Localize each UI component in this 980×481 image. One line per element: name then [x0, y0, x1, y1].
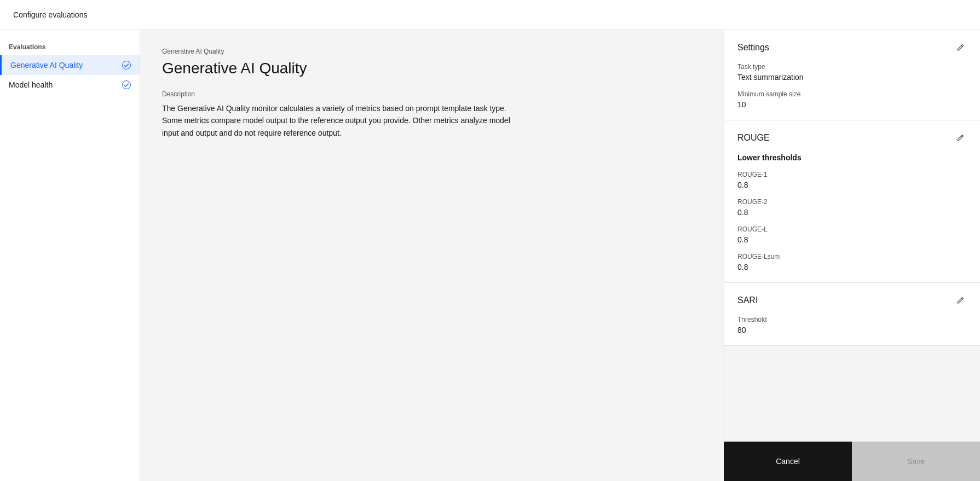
rouge2-label: ROUGE-2	[737, 198, 967, 206]
edit-icon-rouge	[956, 134, 965, 142]
min-sample-field: Minimum sample size 10	[737, 90, 967, 109]
sari-edit-button[interactable]	[954, 294, 967, 307]
rouge-card: ROUGE Lower thresholds ROUGE-1 0.8 ROUGE…	[724, 120, 980, 283]
sidebar: Evaluations Generative AI Quality Model …	[0, 30, 140, 481]
rougel-label: ROUGE-L	[737, 225, 967, 233]
rouge2-field: ROUGE-2 0.8	[737, 198, 967, 217]
rouge-lower-thresholds-label: Lower thresholds	[737, 153, 967, 162]
description-label: Description	[162, 90, 702, 98]
save-button[interactable]: Save	[852, 442, 980, 481]
sari-card-header: SARI	[737, 294, 967, 307]
edit-icon-settings	[956, 43, 965, 52]
sidebar-item-label-model-health: Model health	[9, 80, 53, 89]
rouge1-field: ROUGE-1 0.8	[737, 171, 967, 189]
sari-threshold-label: Threshold	[737, 316, 967, 323]
sari-threshold-field: Threshold 80	[737, 316, 967, 334]
page-header: Configure evaluations	[0, 0, 980, 30]
sidebar-item-generative-ai-quality[interactable]: Generative AI Quality	[0, 55, 140, 75]
sidebar-item-model-health[interactable]: Model health	[0, 75, 140, 95]
cancel-button[interactable]: Cancel	[724, 442, 852, 481]
svg-point-0	[123, 61, 131, 69]
rougel-field: ROUGE-L 0.8	[737, 225, 967, 244]
rouge2-value: 0.8	[737, 208, 967, 217]
rouge1-label: ROUGE-1	[737, 171, 967, 178]
settings-title: Settings	[737, 43, 769, 53]
edit-icon-sari	[956, 296, 965, 305]
sari-card: SARI Threshold 80	[724, 283, 980, 346]
description-text: The Generative AI Quality monitor calcul…	[162, 102, 512, 139]
rougelsum-value: 0.8	[737, 263, 967, 271]
sari-title: SARI	[737, 295, 758, 305]
task-type-field: Task type Text summarization	[737, 63, 967, 82]
page-header-title: Configure evaluations	[13, 10, 87, 19]
settings-edit-button[interactable]	[954, 41, 967, 54]
footer-bar: Cancel Save	[724, 442, 980, 481]
sidebar-item-label-generative: Generative AI Quality	[10, 61, 83, 69]
rouge-title: ROUGE	[737, 133, 770, 143]
task-type-value: Text summarization	[737, 73, 967, 82]
settings-card: Settings Task type Text summarization Mi…	[724, 30, 980, 120]
sidebar-section-label: Evaluations	[0, 39, 140, 55]
min-sample-label: Minimum sample size	[737, 90, 967, 98]
rougel-value: 0.8	[737, 235, 967, 244]
sari-threshold-value: 80	[737, 326, 967, 334]
rougelsum-label: ROUGE-Lsum	[737, 253, 967, 260]
task-type-label: Task type	[737, 63, 967, 71]
page-title: Generative AI Quality	[162, 60, 702, 77]
rouge1-value: 0.8	[737, 181, 967, 189]
rouge-card-header: ROUGE	[737, 131, 967, 144]
main-layout: Evaluations Generative AI Quality Model …	[0, 30, 980, 481]
check-icon-model-health	[122, 80, 131, 89]
svg-point-1	[123, 81, 131, 89]
rouge-edit-button[interactable]	[954, 131, 967, 144]
settings-card-header: Settings	[737, 41, 967, 54]
check-icon-generative	[122, 61, 131, 69]
rougelsum-field: ROUGE-Lsum 0.8	[737, 253, 967, 271]
content-area: Generative AI Quality Generative AI Qual…	[140, 30, 724, 481]
min-sample-value: 10	[737, 100, 967, 109]
breadcrumb: Generative AI Quality	[162, 48, 702, 55]
right-panel: Settings Task type Text summarization Mi…	[724, 30, 980, 481]
